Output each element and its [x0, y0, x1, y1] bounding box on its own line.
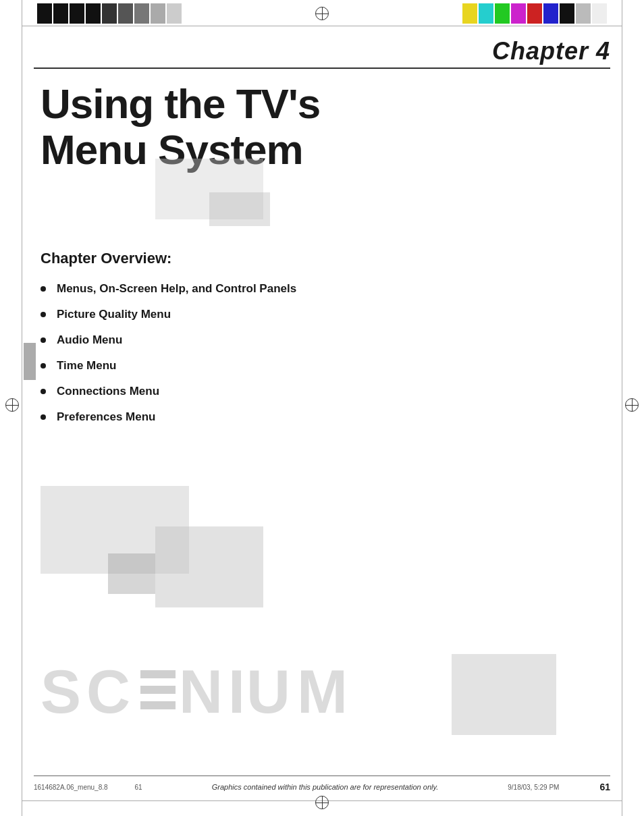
color-bar: [102, 3, 117, 24]
svg-rect-3: [140, 686, 176, 694]
svg-rect-2: [140, 670, 176, 678]
footer-right: 9/18/03, 5:29 PM 61: [508, 782, 610, 792]
scenium-svg: S C N I U M: [41, 649, 479, 723]
bullet-dot: [41, 389, 46, 394]
list-item-text: Picture Quality Menu: [57, 308, 171, 321]
color-bar: [511, 3, 526, 24]
svg-text:C: C: [86, 658, 136, 723]
chapter-underline: [34, 67, 610, 69]
deco-left-bar: [24, 343, 36, 380]
reg-mark-right: [625, 398, 639, 412]
list-item: Time Menu: [41, 359, 603, 373]
color-bar: [167, 3, 182, 24]
bullet-dot: [41, 414, 46, 420]
main-title-line1: Using the TV's: [41, 80, 320, 127]
color-bar: [53, 3, 68, 24]
overview-section: Chapter Overview: Menus, On-Screen Help,…: [41, 250, 603, 436]
svg-rect-4: [140, 701, 176, 709]
color-bar: [576, 3, 591, 24]
overview-heading: Chapter Overview:: [41, 250, 603, 267]
bullet-dot: [41, 312, 46, 317]
color-bar: [560, 3, 574, 24]
list-item-text: Time Menu: [57, 359, 116, 373]
color-bar: [86, 3, 101, 24]
bullet-dot: [41, 286, 46, 292]
scenium-deco-square: [452, 654, 556, 735]
deco-square-2: [209, 192, 270, 226]
svg-text:M: M: [297, 658, 353, 723]
bullet-list: Menus, On-Screen Help, and Control Panel…: [41, 282, 603, 424]
footer: 1614682A.06_menu_8.8 61 Graphics contain…: [34, 776, 610, 792]
reg-mark-top: [315, 7, 329, 20]
scenium-logo: S C N I U M: [41, 649, 479, 734]
footer-page-number: 61: [599, 782, 610, 792]
list-item-text: Audio Menu: [57, 333, 122, 347]
color-bar: [37, 3, 52, 24]
list-item: Audio Menu: [41, 333, 603, 347]
deco-grid: [41, 486, 277, 621]
svg-text:N: N: [179, 658, 228, 723]
color-bar: [527, 3, 542, 24]
deco-sq-medium: [155, 526, 263, 607]
color-bar: [462, 3, 477, 24]
bullet-dot: [41, 363, 46, 369]
color-bar: [495, 3, 510, 24]
list-item-text: Menus, On-Screen Help, and Control Panel…: [57, 282, 296, 296]
svg-text:S: S: [41, 658, 82, 723]
color-bar: [543, 3, 558, 24]
list-item: Connections Menu: [41, 385, 603, 398]
color-bar: [118, 3, 133, 24]
list-item-text: Connections Menu: [57, 385, 159, 398]
chapter-heading: Chapter 4: [492, 37, 610, 65]
footer-doc-id: 1614682A.06_menu_8.8: [34, 784, 108, 791]
color-bars-left: [37, 3, 182, 24]
main-title: Using the TV's Menu System: [41, 81, 603, 173]
footer-left: 1614682A.06_menu_8.8 61: [34, 784, 142, 791]
color-bar: [134, 3, 149, 24]
color-bars-right: [462, 3, 607, 24]
footer-disclaimer: Graphics contained within this publicati…: [212, 783, 438, 791]
color-bar: [592, 3, 607, 24]
color-bar: [151, 3, 165, 24]
deco-sq-small: [108, 553, 155, 594]
main-title-section: Using the TV's Menu System: [41, 81, 603, 173]
list-item: Picture Quality Menu: [41, 308, 603, 321]
footer-date: 9/18/03, 5:29 PM: [508, 784, 559, 791]
color-bar: [70, 3, 84, 24]
color-bar: [479, 3, 493, 24]
footer-center-num: 61: [135, 784, 142, 791]
list-item: Menus, On-Screen Help, and Control Panel…: [41, 282, 603, 296]
reg-mark-left: [5, 398, 19, 412]
horiz-top: [22, 26, 622, 26]
reg-mark-bottom: [315, 796, 329, 809]
list-item: Preferences Menu: [41, 410, 603, 424]
list-item-text: Preferences Menu: [57, 410, 155, 424]
bullet-dot: [41, 337, 46, 343]
svg-text:U: U: [246, 658, 296, 723]
